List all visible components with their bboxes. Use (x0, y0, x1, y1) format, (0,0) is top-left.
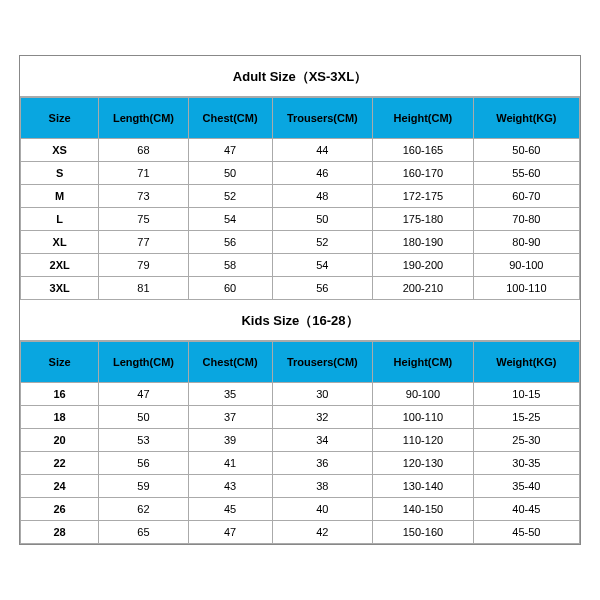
table-row: 26624540140-15040-45 (21, 498, 580, 521)
cell-size: XL (21, 231, 99, 254)
cell-trousers: 56 (272, 277, 373, 300)
table-row: 20533934110-12025-30 (21, 429, 580, 452)
cell-weight: 70-80 (473, 208, 579, 231)
cell-height: 160-165 (373, 139, 474, 162)
table-row: S715046160-17055-60 (21, 162, 580, 185)
cell-size: 2XL (21, 254, 99, 277)
col-header: Height(CM) (373, 342, 474, 383)
cell-size: 20 (21, 429, 99, 452)
cell-height: 150-160 (373, 521, 474, 544)
cell-size: L (21, 208, 99, 231)
adult-tbody: XS684744160-16550-60S715046160-17055-60M… (21, 139, 580, 300)
cell-length: 59 (99, 475, 188, 498)
cell-weight: 40-45 (473, 498, 579, 521)
cell-weight: 35-40 (473, 475, 579, 498)
col-header: Chest(CM) (188, 98, 272, 139)
cell-chest: 50 (188, 162, 272, 185)
cell-length: 53 (99, 429, 188, 452)
cell-weight: 100-110 (473, 277, 579, 300)
cell-height: 172-175 (373, 185, 474, 208)
cell-height: 175-180 (373, 208, 474, 231)
col-header: Trousers(CM) (272, 342, 373, 383)
cell-weight: 90-100 (473, 254, 579, 277)
cell-weight: 15-25 (473, 406, 579, 429)
cell-length: 77 (99, 231, 188, 254)
cell-height: 120-130 (373, 452, 474, 475)
col-header: Height(CM) (373, 98, 474, 139)
cell-trousers: 40 (272, 498, 373, 521)
kids-table: SizeLength(CM)Chest(CM)Trousers(CM)Heigh… (20, 341, 580, 544)
cell-trousers: 34 (272, 429, 373, 452)
table-row: XL775652180-19080-90 (21, 231, 580, 254)
cell-length: 50 (99, 406, 188, 429)
col-header: Size (21, 98, 99, 139)
cell-height: 200-210 (373, 277, 474, 300)
table-row: 18503732100-11015-25 (21, 406, 580, 429)
cell-chest: 35 (188, 383, 272, 406)
kids-thead: SizeLength(CM)Chest(CM)Trousers(CM)Heigh… (21, 342, 580, 383)
cell-height: 190-200 (373, 254, 474, 277)
cell-chest: 52 (188, 185, 272, 208)
cell-trousers: 44 (272, 139, 373, 162)
cell-chest: 39 (188, 429, 272, 452)
cell-length: 75 (99, 208, 188, 231)
cell-length: 71 (99, 162, 188, 185)
col-header: Size (21, 342, 99, 383)
cell-trousers: 48 (272, 185, 373, 208)
cell-trousers: 32 (272, 406, 373, 429)
table-row: 24594338130-14035-40 (21, 475, 580, 498)
size-chart-sheet: Adult Size（XS-3XL） SizeLength(CM)Chest(C… (19, 55, 581, 545)
cell-trousers: 30 (272, 383, 373, 406)
cell-size: 3XL (21, 277, 99, 300)
cell-length: 65 (99, 521, 188, 544)
cell-weight: 45-50 (473, 521, 579, 544)
cell-trousers: 46 (272, 162, 373, 185)
cell-chest: 60 (188, 277, 272, 300)
cell-weight: 50-60 (473, 139, 579, 162)
cell-chest: 54 (188, 208, 272, 231)
table-row: 1647353090-10010-15 (21, 383, 580, 406)
table-row: 3XL816056200-210100-110 (21, 277, 580, 300)
cell-trousers: 52 (272, 231, 373, 254)
header-row: SizeLength(CM)Chest(CM)Trousers(CM)Heigh… (21, 98, 580, 139)
adult-table: SizeLength(CM)Chest(CM)Trousers(CM)Heigh… (20, 97, 580, 300)
cell-weight: 10-15 (473, 383, 579, 406)
cell-chest: 43 (188, 475, 272, 498)
cell-height: 160-170 (373, 162, 474, 185)
cell-height: 130-140 (373, 475, 474, 498)
cell-length: 68 (99, 139, 188, 162)
table-row: 22564136120-13030-35 (21, 452, 580, 475)
col-header: Weight(KG) (473, 342, 579, 383)
cell-length: 56 (99, 452, 188, 475)
table-row: 2XL795854190-20090-100 (21, 254, 580, 277)
kids-tbody: 1647353090-10010-1518503732100-11015-252… (21, 383, 580, 544)
cell-trousers: 50 (272, 208, 373, 231)
table-row: XS684744160-16550-60 (21, 139, 580, 162)
table-row: M735248172-17560-70 (21, 185, 580, 208)
cell-chest: 45 (188, 498, 272, 521)
adult-thead: SizeLength(CM)Chest(CM)Trousers(CM)Heigh… (21, 98, 580, 139)
adult-title: Adult Size（XS-3XL） (20, 56, 580, 97)
cell-chest: 47 (188, 521, 272, 544)
cell-weight: 30-35 (473, 452, 579, 475)
cell-weight: 60-70 (473, 185, 579, 208)
cell-size: 24 (21, 475, 99, 498)
cell-size: 16 (21, 383, 99, 406)
col-header: Chest(CM) (188, 342, 272, 383)
cell-chest: 58 (188, 254, 272, 277)
cell-trousers: 36 (272, 452, 373, 475)
cell-weight: 80-90 (473, 231, 579, 254)
cell-size: 18 (21, 406, 99, 429)
cell-length: 79 (99, 254, 188, 277)
cell-chest: 47 (188, 139, 272, 162)
cell-size: 28 (21, 521, 99, 544)
cell-size: S (21, 162, 99, 185)
col-header: Trousers(CM) (272, 98, 373, 139)
cell-height: 100-110 (373, 406, 474, 429)
cell-size: M (21, 185, 99, 208)
cell-size: 22 (21, 452, 99, 475)
cell-size: 26 (21, 498, 99, 521)
cell-chest: 41 (188, 452, 272, 475)
cell-length: 81 (99, 277, 188, 300)
table-row: L755450175-18070-80 (21, 208, 580, 231)
